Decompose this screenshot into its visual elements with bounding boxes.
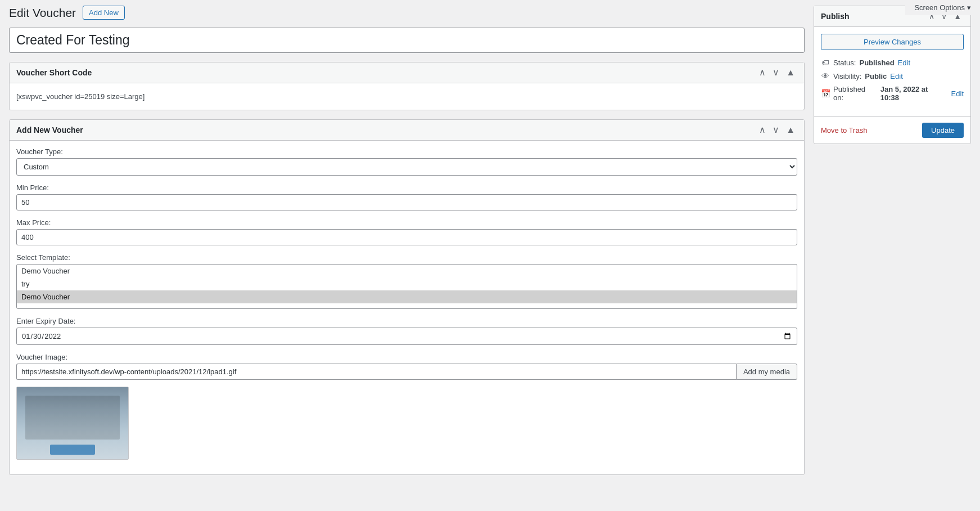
voucher-metabox-title: Add New Voucher <box>16 125 83 135</box>
expiry-date-field: Enter Expiry Date: <box>16 317 797 345</box>
expiry-date-label: Enter Expiry Date: <box>16 317 797 325</box>
shortcode-metabox-body: [xswpvc_voucher id=25019 size=Large] <box>10 83 804 110</box>
preview-changes-button[interactable]: Preview Changes <box>821 34 964 50</box>
voucher-metabox-header: Add New Voucher ∧ ∨ ▲ <box>10 120 804 141</box>
status-edit-link[interactable]: Edit <box>898 59 910 67</box>
visibility-edit-link[interactable]: Edit <box>890 72 902 80</box>
published-on-value: Jan 5, 2022 at 10:38 <box>880 85 948 102</box>
status-label: Status: <box>833 59 856 67</box>
add-new-button[interactable]: Add New <box>83 6 125 20</box>
published-on-edit-link[interactable]: Edit <box>951 89 964 98</box>
sidebar: Publish ∧ ∨ ▲ Preview Changes 🏷 Status: … <box>814 6 971 502</box>
voucher-type-field: Voucher Type: Custom Fixed Percent <box>16 147 797 176</box>
visibility-row: 👁 Visibility: Public Edit <box>821 71 964 80</box>
expiry-date-input[interactable] <box>16 328 797 345</box>
status-row: 🏷 Status: Published Edit <box>821 58 964 67</box>
voucher-metabox-body: Voucher Type: Custom Fixed Percent Min P… <box>10 141 804 474</box>
voucher-image-label: Voucher Image: <box>16 353 797 361</box>
content-area: Edit Voucher Add New Voucher Short Code … <box>9 6 805 502</box>
voucher-collapse-up-button[interactable]: ∧ <box>757 124 768 136</box>
voucher-type-label: Voucher Type: <box>16 147 797 156</box>
page-title: Edit Voucher <box>9 6 76 20</box>
screen-options-label: Screen Options <box>914 3 965 12</box>
published-on-label: Published on: <box>833 85 877 102</box>
publish-body: Preview Changes 🏷 Status: Published Edit… <box>814 27 970 116</box>
shortcode-collapse-down-button[interactable]: ∨ <box>770 67 782 78</box>
shortcode-metabox: Voucher Short Code ∧ ∨ ▲ [xswpvc_voucher… <box>9 62 805 110</box>
shortcode-value: [xswpvc_voucher id=25019 size=Large] <box>16 90 797 103</box>
voucher-image-field: Voucher Image: Add my media <box>16 353 797 460</box>
publish-footer: Move to Trash Update <box>814 116 970 144</box>
main-container: Edit Voucher Add New Voucher Short Code … <box>0 0 980 511</box>
image-url-input[interactable] <box>16 364 736 380</box>
visibility-value: Public <box>865 72 887 80</box>
shortcode-toggle-button[interactable]: ▲ <box>784 67 797 78</box>
published-on-row: 📅 Published on: Jan 5, 2022 at 10:38 Edi… <box>821 85 964 102</box>
publish-title: Publish <box>821 12 850 21</box>
publish-box: Publish ∧ ∨ ▲ Preview Changes 🏷 Status: … <box>814 6 971 144</box>
max-price-field: Max Price: <box>16 218 797 245</box>
voucher-collapse-down-button[interactable]: ∨ <box>770 124 782 136</box>
status-value: Published <box>859 59 894 67</box>
select-template-field: Select Template: Demo Voucher try Demo V… <box>16 253 797 309</box>
shortcode-metabox-title: Voucher Short Code <box>16 68 92 77</box>
voucher-metabox-controls: ∧ ∨ ▲ <box>757 124 797 136</box>
min-price-input[interactable] <box>16 194 797 210</box>
max-price-label: Max Price: <box>16 218 797 227</box>
voucher-image-preview <box>16 387 129 460</box>
screen-options-button[interactable]: Screen Options ▾ <box>914 3 971 12</box>
select-template-label: Select Template: <box>16 253 797 262</box>
calendar-icon: 📅 <box>821 89 830 98</box>
shortcode-collapse-up-button[interactable]: ∧ <box>757 67 768 78</box>
publish-meta: 🏷 Status: Published Edit 👁 Visibility: P… <box>821 58 964 102</box>
move-to-trash-link[interactable]: Move to Trash <box>821 126 867 135</box>
shortcode-metabox-controls: ∧ ∨ ▲ <box>757 67 797 78</box>
preview-image-graphic <box>17 387 128 459</box>
page-title-bar: Edit Voucher Add New <box>9 6 805 20</box>
min-price-label: Min Price: <box>16 183 797 192</box>
max-price-input[interactable] <box>16 229 797 245</box>
min-price-field: Min Price: <box>16 183 797 210</box>
post-title-input[interactable] <box>9 28 805 53</box>
voucher-toggle-button[interactable]: ▲ <box>784 124 797 136</box>
update-button[interactable]: Update <box>922 123 964 138</box>
template-listbox[interactable]: Demo Voucher try Demo Voucher <box>16 264 797 309</box>
eye-icon: 👁 <box>821 71 830 80</box>
voucher-type-select[interactable]: Custom Fixed Percent <box>16 158 797 176</box>
add-media-button[interactable]: Add my media <box>736 364 797 380</box>
image-input-row: Add my media <box>16 364 797 380</box>
tag-icon: 🏷 <box>821 58 830 67</box>
voucher-metabox: Add New Voucher ∧ ∨ ▲ Voucher Type: Cust… <box>9 119 805 475</box>
shortcode-metabox-header: Voucher Short Code ∧ ∨ ▲ <box>10 62 804 83</box>
visibility-label: Visibility: <box>833 72 861 80</box>
screen-options-chevron: ▾ <box>967 3 971 12</box>
top-bar: Screen Options ▾ <box>905 0 980 15</box>
